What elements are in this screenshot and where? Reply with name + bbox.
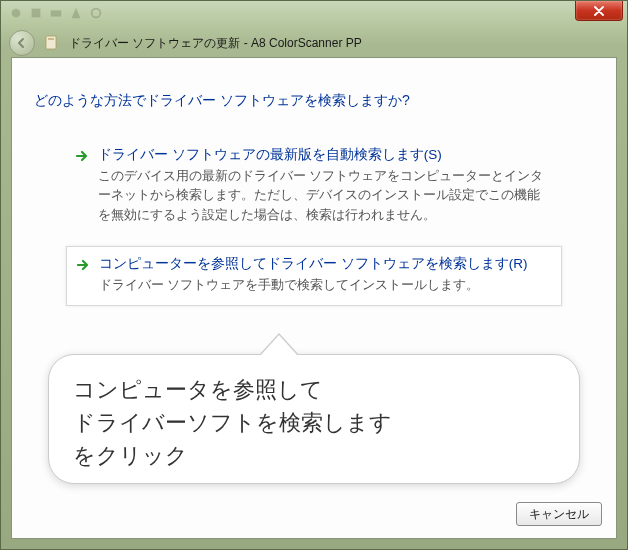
- back-arrow-icon: [16, 37, 28, 49]
- content-frame: どのような方法でドライバー ソフトウェアを検索しますか? ドライバー ソフトウェ…: [11, 57, 617, 539]
- option-title: コンピューターを参照してドライバー ソフトウェアを検索します(R): [99, 255, 549, 274]
- callout-line1: コンピュータを参照して: [73, 377, 323, 402]
- svg-point-3: [92, 9, 101, 18]
- option-auto-search[interactable]: ドライバー ソフトウェアの最新版を自動検索します(S) このデバイス用の最新のド…: [66, 138, 562, 235]
- device-icon: [43, 34, 61, 52]
- callout-text: コンピュータを参照して ドライバーソフトを検索します をクリック: [73, 373, 555, 472]
- dialog-window: ドライバー ソフトウェアの更新 - A8 ColorScanner PP どのよ…: [0, 0, 628, 550]
- svg-rect-4: [46, 36, 56, 49]
- tb-icon-4: [69, 6, 83, 20]
- option-description: このデバイス用の最新のドライバー ソフトウェアをコンピューターとインターネットか…: [98, 167, 550, 225]
- tb-icon-3: [49, 6, 63, 20]
- titlebar-left-icons: [9, 6, 103, 20]
- arrow-right-icon: [75, 257, 91, 273]
- tb-icon-2: [29, 6, 43, 20]
- svg-rect-5: [48, 38, 54, 40]
- cancel-button[interactable]: キャンセル: [516, 502, 602, 526]
- svg-rect-1: [32, 9, 41, 18]
- back-button[interactable]: [9, 30, 35, 56]
- close-button[interactable]: [575, 1, 623, 21]
- callout-line3: をクリック: [73, 443, 188, 468]
- svg-rect-2: [51, 10, 62, 16]
- option-browse-computer[interactable]: コンピューターを参照してドライバー ソフトウェアを検索します(R) ドライバー …: [66, 246, 562, 306]
- option-description: ドライバー ソフトウェアを手動で検索してインストールします。: [99, 276, 549, 295]
- instruction-callout: コンピュータを参照して ドライバーソフトを検索します をクリック: [48, 354, 580, 484]
- cancel-label: キャンセル: [529, 506, 589, 523]
- close-icon: [594, 6, 604, 16]
- content-inner: どのような方法でドライバー ソフトウェアを検索しますか? ドライバー ソフトウェ…: [12, 58, 616, 538]
- titlebar: [1, 1, 627, 29]
- callout-line2: ドライバーソフトを検索します: [73, 410, 392, 435]
- tb-icon-5: [89, 6, 103, 20]
- tb-icon-1: [9, 6, 23, 20]
- question-heading: どのような方法でドライバー ソフトウェアを検索しますか?: [34, 92, 410, 110]
- option-title: ドライバー ソフトウェアの最新版を自動検索します(S): [98, 146, 550, 165]
- header-row: ドライバー ソフトウェアの更新 - A8 ColorScanner PP: [1, 29, 627, 57]
- svg-point-0: [12, 9, 21, 18]
- arrow-right-icon: [74, 148, 90, 164]
- header-title: ドライバー ソフトウェアの更新 - A8 ColorScanner PP: [69, 35, 362, 52]
